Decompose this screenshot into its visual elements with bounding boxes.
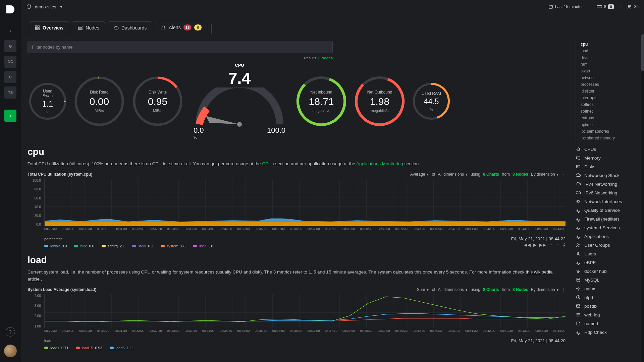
users-counter[interactable]: 35	[627, 4, 639, 9]
link-cpus[interactable]: CPUs	[262, 161, 274, 166]
agg-picker[interactable]: Average ▼	[410, 172, 429, 177]
gauge-used-swap[interactable]: Used Swap 1.1 %	[28, 81, 68, 121]
zoom-out-icon[interactable]: －	[556, 242, 560, 248]
category-link[interactable]: systemd Services	[576, 223, 639, 232]
category-link[interactable]: docker hub	[576, 267, 639, 276]
legend-item[interactable]: user 1.8	[193, 244, 213, 248]
dims-picker[interactable]: All dimensions ▼	[438, 172, 468, 177]
nodes-link[interactable]: 8 Nodes	[513, 172, 528, 177]
category-link[interactable]: Disks	[576, 162, 639, 171]
chart-plot[interactable]	[44, 179, 566, 226]
anchor-link[interactable]: disk	[581, 54, 639, 61]
agg-picker[interactable]: Sum ▼	[417, 287, 429, 292]
category-link[interactable]: Users	[576, 249, 639, 258]
anchor-link[interactable]: idlejitter	[581, 88, 639, 95]
category-link[interactable]: Applications	[576, 232, 639, 241]
tab-dashboards[interactable]: Dashboards	[108, 21, 153, 34]
anchor-link[interactable]: interrupts	[581, 95, 639, 101]
category-link[interactable]: Networking Stack	[576, 171, 639, 180]
filter-input[interactable]: Filter nodes by name	[28, 41, 333, 53]
rail-space-g[interactable]: G	[4, 40, 16, 52]
gauge-disk-read[interactable]: Disk Read 0.00 MiB/s	[72, 74, 126, 128]
legend-item[interactable]: load1 0.71	[44, 346, 68, 350]
anchor-link[interactable]: processes	[581, 81, 639, 88]
anchor-link[interactable]: ram	[581, 61, 639, 68]
anchor-link[interactable]: ipc shared memory	[581, 135, 639, 141]
category-icon	[576, 173, 581, 178]
tab-alerts[interactable]: Alerts 13 6	[155, 21, 207, 34]
anchor-link[interactable]: swap	[581, 68, 639, 74]
scrollbar-thumb[interactable]	[641, 34, 644, 71]
category-link[interactable]: eBPF	[576, 258, 639, 267]
category-link[interactable]: postfix	[576, 302, 639, 310]
link-apps-monitoring[interactable]: Applications Monitoring	[356, 161, 403, 166]
anchor-link[interactable]: cpu	[581, 41, 639, 48]
site-picker[interactable]: demo-sites ▼	[26, 4, 63, 9]
gauge-cpu[interactable]: CPU 7.4 0.0 100.0 %	[189, 63, 290, 140]
category-link[interactable]: User Groups	[576, 241, 639, 249]
play-icon[interactable]: ▶	[533, 242, 537, 247]
svg-point-26	[577, 166, 578, 167]
category-link[interactable]: MySQL	[576, 276, 639, 284]
category-link[interactable]: Network Interfaces	[576, 197, 639, 206]
chart-plot[interactable]	[44, 294, 566, 328]
category-link[interactable]: IPv6 Networking	[576, 188, 639, 197]
content: Filter nodes by name Results: 8 Nodes Us…	[21, 34, 571, 362]
category-link[interactable]: CPUs	[576, 145, 639, 154]
more-icon[interactable]: ⋮	[562, 287, 566, 292]
gauges-row: Used Swap 1.1 % Disk Read 0.00 MiB/s	[28, 63, 566, 140]
legend-item[interactable]: nice 0.0	[74, 244, 94, 248]
nodes-link[interactable]: 8 Nodes	[513, 287, 528, 292]
anchor-link[interactable]: entropy	[581, 115, 639, 121]
sort-icon[interactable]: ▲▼	[563, 242, 566, 247]
anchor-link[interactable]: uptime	[581, 121, 639, 128]
rail-space-c[interactable]: C	[4, 71, 16, 83]
anchor-link[interactable]: load	[581, 48, 639, 54]
fastfwd-icon[interactable]: ▶▶	[539, 242, 546, 247]
category-link[interactable]: Quality of Service	[576, 206, 639, 215]
gauge-disk-write[interactable]: Disk Write 0.95 MiB/s	[131, 74, 184, 128]
category-link[interactable]: named	[576, 319, 639, 328]
category-link[interactable]: ntpd	[576, 293, 639, 302]
legend-item[interactable]: system 1.8	[161, 244, 185, 248]
nodes-counter[interactable]: 8 0	[597, 4, 614, 9]
rewind-icon[interactable]: ◀◀	[524, 242, 531, 247]
charts-link[interactable]: 8 Charts	[483, 172, 499, 177]
scrollbar-track[interactable]	[641, 34, 644, 362]
groupby-picker[interactable]: By dimension ▼	[531, 287, 559, 292]
chart-area[interactable]: 4.003.002.001.00 08:29:3008:30:0008:30:3…	[28, 294, 566, 338]
groupby-picker[interactable]: By dimension ▼	[531, 172, 559, 177]
charts-link[interactable]: 8 Charts	[483, 287, 499, 292]
gauge-net-inbound[interactable]: Net Inbound 18.71 megabits/s	[294, 74, 348, 128]
rail-space-ts[interactable]: TS	[4, 86, 16, 99]
rail-add-space-button[interactable]: +	[4, 110, 16, 122]
rail-expand-icon[interactable]: ›	[4, 25, 16, 37]
gauge-used-ram[interactable]: Used RAM 44.5 %	[411, 81, 451, 121]
help-icon[interactable]: ?	[6, 327, 15, 337]
time-range-picker[interactable]: Last 15 minutes	[548, 4, 584, 9]
category-link[interactable]: IPv4 Networking	[576, 180, 639, 188]
dims-picker[interactable]: All dimensions ▼	[438, 287, 468, 292]
more-icon[interactable]: ⋮	[562, 172, 566, 177]
category-link[interactable]: Firewall (netfilter)	[576, 215, 639, 223]
legend-item[interactable]: load15 0.93	[76, 346, 102, 350]
category-link[interactable]: Memory	[576, 154, 639, 162]
user-avatar[interactable]	[4, 345, 17, 357]
tab-nodes[interactable]: Nodes	[72, 21, 105, 34]
anchor-link[interactable]: network	[581, 74, 639, 81]
anchor-link[interactable]: softirqs	[581, 101, 639, 108]
category-link[interactable]: nginx	[576, 284, 639, 293]
rail-space-nc[interactable]: NC	[4, 56, 16, 68]
tab-overview[interactable]: Overview	[29, 21, 69, 34]
gauge-net-outbound[interactable]: Net Outbound 1.98 megabits/s	[353, 74, 407, 128]
chart-area[interactable]: 100.080.060.040.020.00.0 08:29:3008:30:0…	[28, 179, 566, 236]
legend-item[interactable]: load5 1.11	[110, 346, 134, 350]
legend-item[interactable]: softirq 2.1	[102, 244, 125, 248]
legend-item[interactable]: steal 0.1	[132, 244, 153, 248]
category-link[interactable]: web log	[576, 310, 639, 319]
anchor-link[interactable]: softnet	[581, 108, 639, 115]
zoom-in-icon[interactable]: ＋	[549, 242, 553, 248]
category-link[interactable]: Http Check	[576, 328, 639, 337]
anchor-link[interactable]: ipc semaphores	[581, 128, 639, 135]
legend-item[interactable]: iowait 0.0	[44, 244, 67, 248]
